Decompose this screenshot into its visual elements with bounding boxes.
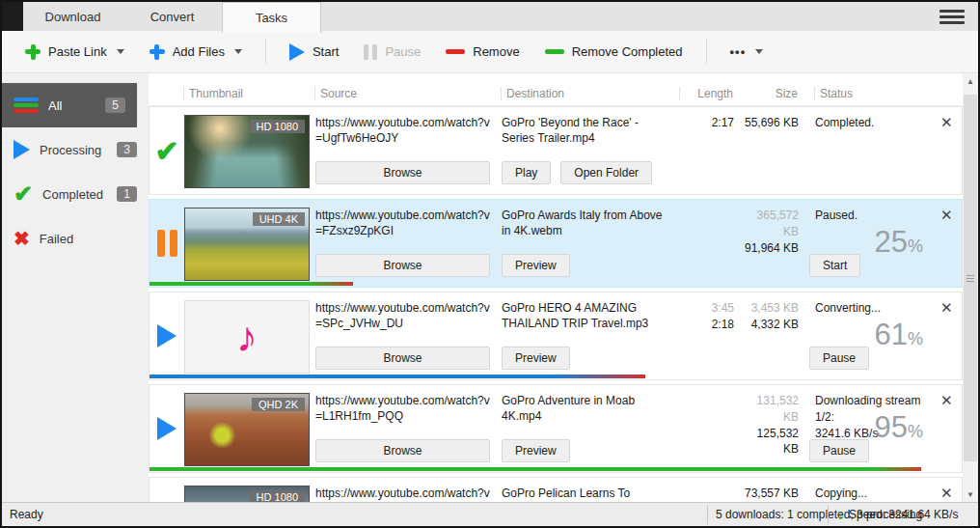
pause-label: Pause — [385, 44, 421, 59]
scroll-up-icon[interactable]: ▲ — [963, 73, 978, 89]
sidebar-item-processing[interactable]: Processing 3 — [2, 127, 149, 172]
status-text: Copying... — [815, 486, 940, 502]
thumbnail-image[interactable]: HD 1080 — [184, 115, 310, 188]
source-url: https://www.youtube.com/watch?v=L1RH1fm_… — [315, 393, 491, 424]
statusbar-separator — [828, 505, 829, 524]
progress-bar — [150, 375, 645, 378]
chevron-down-icon[interactable] — [234, 49, 242, 54]
browse-button[interactable]: Browse — [315, 439, 490, 462]
thumbnail-image[interactable]: HD 1080 — [184, 486, 310, 502]
pause-task-button[interactable]: Pause — [809, 347, 869, 370]
scrollbar-thumb[interactable] — [964, 95, 977, 461]
destination-filename: GoPro Adventure in Moab 4K.mp4 — [502, 393, 672, 424]
check-icon: ✔ — [14, 182, 33, 206]
browse-button[interactable]: Browse — [315, 254, 490, 277]
x-icon: ✖ — [14, 229, 30, 248]
header-status[interactable]: Status — [814, 87, 939, 100]
header-thumbnail[interactable]: Thumbnail — [183, 87, 314, 100]
check-icon: ✔ — [154, 134, 178, 168]
destination-filename: GoPro 'Beyond the Race' - Series Trailer… — [502, 115, 672, 146]
thumbnail-image[interactable]: UHD 4K — [184, 208, 310, 281]
size-value: 91,964 KB — [740, 240, 799, 257]
progress-percent: 95% — [875, 410, 924, 445]
count-badge: 1 — [117, 186, 137, 202]
status-text: Completed. — [815, 115, 940, 131]
add-files-label: Add Files — [173, 44, 225, 59]
sidebar-item-failed[interactable]: ✖ Failed — [2, 216, 149, 261]
add-files-button[interactable]: Add Files — [140, 39, 252, 66]
tab-tasks[interactable]: Tasks — [222, 2, 321, 33]
open-folder-button[interactable]: Open Folder — [560, 161, 652, 184]
remove-button[interactable]: Remove — [436, 39, 529, 65]
paste-link-button[interactable]: Paste Link — [15, 39, 134, 66]
source-url: https://www.youtube.com/watch?v=SPc_JVHw… — [315, 300, 491, 331]
play-icon — [14, 140, 30, 159]
scroll-down-icon[interactable]: ▼ — [963, 486, 978, 502]
start-button[interactable]: Start — [280, 38, 348, 67]
start-label: Start — [313, 44, 339, 59]
quality-badge: HD 1080 — [250, 490, 305, 502]
preview-button[interactable]: Preview — [502, 439, 570, 462]
browse-button[interactable]: Browse — [315, 161, 490, 184]
minus-icon — [545, 49, 564, 54]
header-size[interactable]: Size — [739, 87, 798, 100]
pause-icon — [364, 44, 377, 60]
pause-button[interactable]: Pause — [354, 39, 430, 66]
task-table: Thumbnail Source Destination Length Size… — [149, 73, 963, 502]
table-row[interactable]: ♪ https://www.youtube.com/watch?v=SPc_JV… — [149, 292, 963, 380]
length-value: 2:17 — [680, 115, 734, 131]
size-value: 125,532 KB — [740, 426, 799, 459]
status-bar: Ready 5 downloads: 1 completed, 3 proces… — [2, 502, 978, 526]
preview-button[interactable]: Preview — [502, 254, 570, 277]
size-total: 3,453 KB — [740, 300, 799, 317]
ellipsis-icon: ••• — [730, 44, 747, 59]
tab-download[interactable]: Download — [23, 2, 122, 31]
chevron-down-icon — [755, 49, 763, 54]
sidebar-item-label: Completed — [42, 187, 107, 202]
close-icon[interactable]: ✕ — [940, 299, 953, 316]
close-icon[interactable]: ✕ — [940, 392, 953, 408]
menu-icon[interactable] — [939, 10, 965, 24]
header-destination[interactable]: Destination — [501, 87, 679, 100]
toolbar-separator — [265, 40, 266, 65]
window-corner — [2, 2, 23, 31]
header-length[interactable]: Length — [679, 87, 739, 100]
length-total: 3:45 — [680, 300, 734, 317]
thumbnail-image[interactable]: QHD 2K — [184, 393, 310, 466]
progress-bar — [150, 282, 353, 286]
header-source[interactable]: Source — [314, 87, 501, 100]
chevron-down-icon[interactable] — [117, 49, 124, 54]
table-row[interactable]: HD 1080 https://www.youtube.com/watch?v=… — [149, 477, 963, 502]
play-button[interactable]: Play — [502, 161, 551, 184]
sidebar-item-completed[interactable]: ✔ Completed 1 — [2, 172, 149, 216]
length-value: 2:18 — [680, 317, 734, 333]
source-url: https://www.youtube.com/watch?v=FZsxz9Zp… — [315, 208, 491, 238]
quality-badge: UHD 4K — [253, 212, 305, 226]
close-icon[interactable]: ✕ — [940, 207, 953, 223]
pause-icon — [157, 230, 177, 257]
download-arrow-icon: ↓ — [837, 508, 844, 521]
browse-button[interactable]: Browse — [315, 347, 490, 370]
close-icon[interactable]: ✕ — [940, 114, 953, 130]
music-note-icon: ♪ — [236, 316, 258, 358]
sidebar-item-label: Failed — [40, 232, 149, 246]
quality-badge: QHD 2K — [252, 398, 305, 411]
task-rows: ✔ HD 1080 https://www.youtube.com/watch?… — [149, 106, 963, 502]
pause-task-button[interactable]: Pause — [809, 439, 869, 462]
thumbnail-image[interactable]: ♪ — [184, 300, 310, 374]
progress-percent: 25% — [875, 225, 924, 260]
close-icon[interactable]: ✕ — [940, 485, 953, 501]
tab-convert[interactable]: Convert — [122, 2, 222, 31]
table-row[interactable]: QHD 2K https://www.youtube.com/watch?v=L… — [149, 384, 963, 473]
start-task-button[interactable]: Start — [809, 254, 860, 277]
sidebar-item-all[interactable]: All 5 — [2, 83, 137, 127]
vertical-scrollbar[interactable]: ▲ ▼ — [963, 73, 978, 502]
more-actions-button[interactable]: ••• — [721, 39, 774, 65]
count-badge: 5 — [105, 97, 125, 113]
preview-button[interactable]: Preview — [502, 347, 570, 370]
source-url: https://www.youtube.com/watch?v=UgfTw6He… — [315, 115, 491, 146]
progress-bar — [150, 467, 921, 471]
table-row[interactable]: ✔ HD 1080 https://www.youtube.com/watch?… — [149, 106, 963, 195]
remove-completed-button[interactable]: Remove Completed — [535, 39, 693, 65]
table-row[interactable]: UHD 4K https://www.youtube.com/watch?v=F… — [149, 199, 963, 288]
